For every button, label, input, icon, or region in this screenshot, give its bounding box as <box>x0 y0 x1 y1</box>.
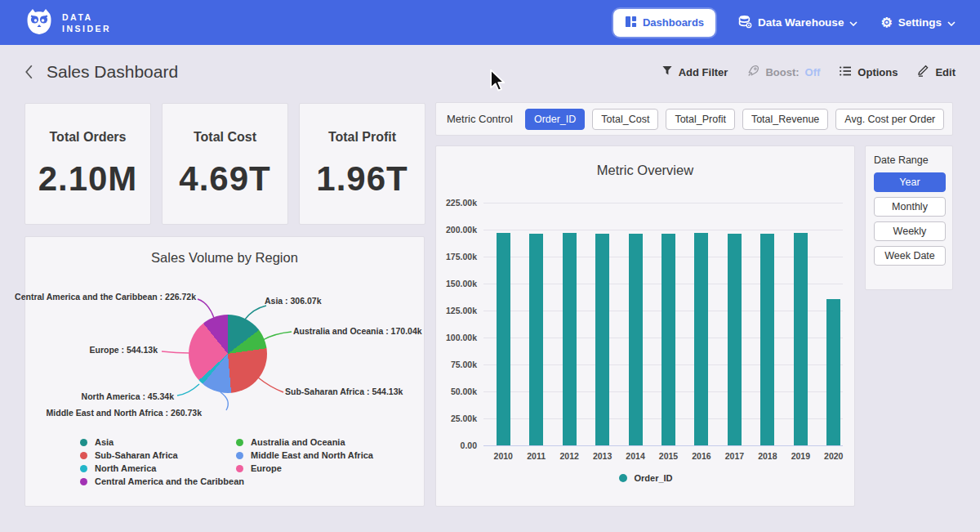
metric-control-bar: Metric Control Order_IDTotal_CostTotal_P… <box>435 102 953 136</box>
metric-overview-chart-card: Metric Overview 225.00k200.00k175.00k150… <box>435 145 855 507</box>
metric-option-total-cost[interactable]: Total_Cost <box>592 109 658 130</box>
kpi-value: 2.10M <box>38 159 138 199</box>
header-actions: Add Filter Boost: Off Options <box>662 65 956 79</box>
legend-label: North America <box>95 463 156 473</box>
y-axis-tick: 200.00k <box>428 225 477 235</box>
brand-text: DATA INSIDER <box>62 11 111 34</box>
pie-legend-col-2: Australia and OceaniaMiddle East and Nor… <box>236 436 373 475</box>
y-axis-tick: 175.00k <box>428 252 477 262</box>
sales-volume-pie-card: Sales Volume by Region Asia : 306.07kAus… <box>24 236 425 507</box>
top-navbar: DATA INSIDER Dashboards <box>0 0 980 45</box>
add-filter-button[interactable]: Add Filter <box>662 65 728 78</box>
bar-slot <box>487 203 519 445</box>
bar-2017[interactable] <box>728 234 742 445</box>
bar-2019[interactable] <box>794 233 808 445</box>
y-axis-tick: 100.00k <box>428 333 477 342</box>
bar-2014[interactable] <box>629 234 643 445</box>
pie-label-europe: Europe : 544.13k <box>90 345 158 355</box>
database-icon <box>738 15 752 31</box>
y-axis-tick: 225.00k <box>428 198 477 208</box>
boost-toggle[interactable]: Boost: Off <box>747 65 820 79</box>
bar-slot <box>718 203 751 445</box>
bar-slot <box>652 203 684 445</box>
options-button[interactable]: Options <box>840 66 898 78</box>
metric-option-order-id[interactable]: Order_ID <box>525 109 585 130</box>
date-range-weekly[interactable]: Weekly <box>874 221 946 241</box>
bar-2010[interactable] <box>497 233 510 445</box>
metric-option-total-profit[interactable]: Total_Profit <box>666 109 735 130</box>
legend-dot <box>619 474 627 482</box>
bar-slot <box>685 203 718 445</box>
kpi-card-total-profit: Total Profit1.96T <box>299 103 425 225</box>
pie-chart[interactable] <box>189 315 267 393</box>
x-axis-tick: 2013 <box>586 451 618 461</box>
x-axis-tick: 2011 <box>519 451 552 461</box>
y-axis-tick: 25.00k <box>428 414 477 423</box>
legend-item-north-america[interactable]: North America <box>80 462 244 475</box>
nav-dashboards-button[interactable]: Dashboards <box>613 9 715 37</box>
metric-option-avg-cost-per-order[interactable]: Avg. Cost per Order <box>835 109 944 130</box>
legend-item-sub-saharan-africa[interactable]: Sub-Saharan Africa <box>80 449 244 462</box>
date-range-options: YearMonthlyWeeklyWeek Date <box>874 172 944 266</box>
bar-2011[interactable] <box>529 234 543 445</box>
bar-2016[interactable] <box>694 233 708 445</box>
back-chevron-icon <box>24 65 33 79</box>
y-axis-tick: 50.00k <box>428 387 477 396</box>
legend-item-middle-east-and-north-africa[interactable]: Middle East and North Africa <box>236 449 373 462</box>
x-axis-tick: 2015 <box>652 451 684 461</box>
date-range-panel: Date Range YearMonthlyWeeklyWeek Date <box>865 145 953 290</box>
bar-2012[interactable] <box>563 233 577 445</box>
x-axis-tick: 2018 <box>751 451 784 461</box>
date-range-monthly[interactable]: Monthly <box>874 197 946 217</box>
date-range-year[interactable]: Year <box>874 172 946 192</box>
bars-row <box>487 203 850 445</box>
metric-control-label: Metric Control <box>447 113 513 125</box>
x-axis-tick: 2019 <box>784 451 817 461</box>
bar-2018[interactable] <box>760 234 774 445</box>
legend-item-central-america-and-the-caribbean[interactable]: Central America and the Caribbean <box>80 475 244 488</box>
pencil-icon <box>917 65 929 79</box>
legend-label: Australia and Oceania <box>251 437 345 447</box>
bar-slot <box>553 203 586 445</box>
bar-2015[interactable] <box>662 234 675 445</box>
owl-logo-icon <box>24 7 54 39</box>
x-axis-labels: 2010201120122013201420152016201720182019… <box>487 451 850 461</box>
bar-chart-plot[interactable]: 225.00k200.00k175.00k150.00k125.00k100.0… <box>436 146 856 507</box>
legend-item-europe[interactable]: Europe <box>236 462 373 475</box>
bar-chart-legend[interactable]: Order_ID <box>436 473 856 483</box>
pie-label-sub-saharan-africa: Sub-Saharan Africa : 544.13k <box>285 387 403 396</box>
leader-line-sub-saharan-africa <box>258 378 283 392</box>
metric-option-total-revenue[interactable]: Total_Revenue <box>742 109 828 130</box>
date-range-label: Date Range <box>874 154 944 166</box>
nav-data-warehouse[interactable]: Data Warehouse <box>738 15 858 31</box>
kpi-card-total-orders: Total Orders2.10M <box>24 103 151 225</box>
nav-settings[interactable]: ⚙ Settings <box>880 16 956 29</box>
pie-chart-title: Sales Volume by Region <box>25 250 424 266</box>
bar-slot <box>586 203 618 445</box>
bar-2013[interactable] <box>595 234 609 445</box>
bar-slot <box>751 203 784 445</box>
list-icon <box>840 66 852 78</box>
gridline <box>483 445 843 446</box>
legend-item-australia-and-oceania[interactable]: Australia and Oceania <box>236 436 373 449</box>
bar-2020[interactable] <box>826 299 840 445</box>
bar-slot <box>519 203 552 445</box>
legend-item-asia[interactable]: Asia <box>80 436 244 449</box>
x-axis-tick: 2014 <box>619 451 652 461</box>
x-axis-tick: 2020 <box>817 451 850 461</box>
back-button[interactable] <box>24 65 33 79</box>
legend-dot <box>236 465 243 472</box>
edit-button[interactable]: Edit <box>917 65 956 79</box>
kpi-value: 4.69T <box>179 159 270 199</box>
y-axis-tick: 75.00k <box>428 360 477 369</box>
legend-dot <box>80 452 87 459</box>
date-range-week-date[interactable]: Week Date <box>874 246 946 266</box>
x-axis-tick: 2012 <box>553 451 586 461</box>
dashboard-grid-icon <box>625 16 637 30</box>
metric-options: Order_IDTotal_CostTotal_ProfitTotal_Reve… <box>525 109 944 130</box>
x-axis-tick: 2010 <box>487 451 519 461</box>
pie-label-north-america: North America : 45.34k <box>82 391 174 401</box>
chevron-down-icon <box>947 16 956 29</box>
bar-slot <box>817 203 850 445</box>
brand-logo[interactable]: DATA INSIDER <box>24 7 111 39</box>
